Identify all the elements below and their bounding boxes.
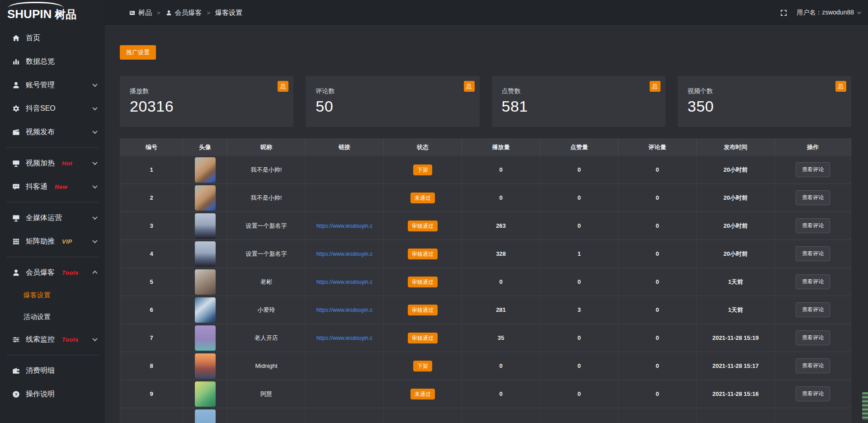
sidebar-item-data-overview[interactable]: 数据总览: [0, 50, 105, 73]
sidebar-item-tag: VIP: [62, 238, 72, 245]
sidebar-subitem-baoke-settings[interactable]: 爆客设置: [0, 284, 105, 306]
column-header: 点赞量: [540, 138, 618, 156]
view-comments-button[interactable]: 查看评论: [796, 330, 830, 345]
cell-comments: 0: [618, 296, 697, 324]
brand-logo[interactable]: SHUPIN 树品: [0, 0, 105, 22]
cell-action: 查看评论: [775, 240, 851, 268]
stat-card: 点赞数581总: [492, 76, 665, 127]
fullscreen-icon[interactable]: [780, 9, 788, 17]
chevron-down-icon: [92, 129, 97, 134]
sidebar-item-douketong[interactable]: 抖客通New: [0, 175, 105, 198]
cell-avatar: [183, 380, 227, 408]
gear-icon: [12, 104, 20, 113]
promo-settings-button[interactable]: 推广设置: [120, 45, 156, 60]
cell-avatar: [183, 296, 227, 324]
breadcrumb-label: 爆客设置: [215, 9, 242, 17]
sidebar-item-video-heating[interactable]: 视频加热Hot: [0, 151, 105, 175]
grid-icon: [12, 237, 20, 246]
cell-status: 下架: [384, 156, 462, 184]
cell-link: [306, 380, 384, 408]
cell-likes: 0: [540, 268, 618, 296]
status-badge: 审核通过: [408, 333, 438, 343]
cell-plays: [462, 408, 540, 423]
cell-plays: 35: [462, 324, 540, 352]
cell-status: 未通过: [384, 184, 462, 212]
stat-value: 350: [688, 98, 842, 115]
sidebar-subitem-activity-settings[interactable]: 活动设置: [0, 306, 105, 328]
video-link[interactable]: https://www.iesdouyin.c: [316, 307, 373, 313]
view-comments-button[interactable]: 查看评论: [796, 274, 830, 289]
sidebar-item-operation-guide[interactable]: ?操作说明: [0, 382, 105, 406]
avatar: [195, 157, 216, 183]
sidebar-item-omni-media-operation[interactable]: 全媒体运营: [0, 206, 105, 230]
sidebar-divider: [6, 257, 99, 257]
breadcrumb-item[interactable]: 爆客设置: [215, 9, 242, 17]
sidebar-item-member-baoke[interactable]: 会员爆客Tools: [0, 261, 105, 284]
status-badge: 审核通过: [408, 221, 438, 231]
sidebar-item-label: 会员爆客: [26, 268, 55, 277]
cell-action: 查看评论: [775, 324, 851, 352]
view-comments-button[interactable]: 查看评论: [796, 358, 830, 373]
cell-nickname: [227, 408, 306, 423]
video-link[interactable]: https://www.iesdouyin.c: [316, 251, 373, 257]
cell-likes: 0: [540, 324, 618, 352]
sidebar-item-label: 数据总览: [26, 57, 55, 66]
sidebar-item-matrix-boost[interactable]: 矩阵助推VIP: [0, 230, 105, 253]
user-menu[interactable]: 用户名：zswodun88: [797, 9, 860, 17]
cell-comments: 0: [618, 380, 697, 408]
view-comments-button[interactable]: 查看评论: [796, 302, 830, 317]
floating-widget[interactable]: [862, 392, 868, 420]
video-link[interactable]: https://www.iesdouyin.c: [316, 223, 373, 229]
sidebar-item-home[interactable]: 首页: [0, 26, 105, 50]
sidebar-item-consumption-detail[interactable]: 消费明细: [0, 359, 105, 382]
breadcrumb-item[interactable]: 会员爆客: [165, 9, 202, 17]
cell-publish-time: 20小时前: [697, 212, 775, 240]
view-comments-button[interactable]: 查看评论: [796, 386, 830, 401]
cell-avatar: [183, 184, 227, 212]
cell-publish-time: 20小时前: [697, 156, 775, 184]
avatar: [195, 325, 216, 351]
cell-link: https://www.iesdouyin.c: [306, 324, 384, 352]
cell-id: [120, 408, 183, 423]
cell-id: 9: [120, 380, 183, 408]
column-header: 头像: [183, 138, 227, 156]
logo-arc: [8, 2, 64, 8]
sidebar-item-video-publish[interactable]: 视频发布: [0, 120, 105, 144]
stat-card: 评论数50总: [306, 76, 479, 127]
cell-id: 7: [120, 324, 183, 352]
chevron-down-icon: [857, 10, 861, 14]
user-icon: [12, 268, 20, 277]
video-link[interactable]: https://www.iesdouyin.c: [316, 279, 373, 285]
cell-id: 1: [120, 156, 183, 184]
stat-label: 播放数: [130, 87, 284, 95]
cell-publish-time: [697, 408, 775, 423]
cell-action: 查看评论: [775, 184, 851, 212]
cell-action: 查看评论: [775, 268, 851, 296]
sidebar-item-clue-monitor[interactable]: 线索监控Tools: [0, 328, 105, 351]
cell-status: 下架: [384, 352, 462, 380]
cell-link: https://www.iesdouyin.c: [306, 268, 384, 296]
cell-plays: 0: [462, 156, 540, 184]
status-badge: 审核通过: [408, 277, 438, 287]
sidebar-item-tag: Tools: [62, 336, 79, 343]
cell-status: 审核通过: [384, 212, 462, 240]
view-comments-button[interactable]: 查看评论: [796, 246, 830, 261]
table-row: 3设置一个新名字https://www.iesdouyin.c审核通过26300…: [120, 212, 851, 240]
chevron-down-icon: [92, 238, 97, 243]
view-comments-button[interactable]: 查看评论: [796, 162, 830, 177]
cell-likes: 1: [540, 240, 618, 268]
view-comments-button[interactable]: 查看评论: [796, 190, 830, 205]
video-link[interactable]: https://www.iesdouyin.c: [316, 335, 373, 341]
cell-action: [775, 408, 851, 423]
view-comments-button[interactable]: 查看评论: [796, 218, 830, 233]
cell-link: https://www.iesdouyin.c: [306, 296, 384, 324]
cell-plays: 0: [462, 268, 540, 296]
monitor-icon: [12, 214, 20, 222]
stat-card: 播放数20316总: [120, 76, 293, 127]
breadcrumb-item[interactable]: 树品: [129, 9, 152, 17]
sidebar-item-douyin-seo[interactable]: 抖音SEO: [0, 97, 105, 120]
videos-table: 编号头像昵称链接状态播放量点赞量评论量发布时间操作 1我不是小帅!下架00020…: [120, 138, 851, 423]
cell-publish-time: 1天前: [697, 296, 775, 324]
sidebar-item-account-management[interactable]: 账号管理: [0, 73, 105, 97]
chevron-down-icon: [92, 82, 97, 87]
